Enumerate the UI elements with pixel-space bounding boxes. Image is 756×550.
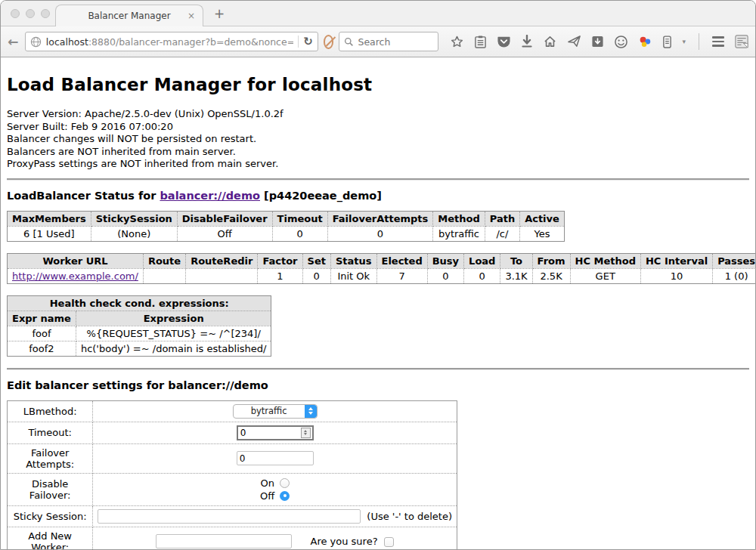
toolbar-icons: ▾ (450, 33, 749, 50)
search-icon (344, 37, 354, 47)
persist-notice-line: Balancer changes will NOT be persisted o… (7, 133, 749, 146)
are-you-sure-label: Are you sure? (310, 536, 377, 547)
balancer-edit-form: LBmethod: bytraffic Timeout: 0 (7, 400, 457, 550)
sticky-session-hint: (Use '-' to delete) (367, 511, 452, 522)
select-stepper-icon (305, 405, 317, 418)
browser-window: Balancer Manager × + ← localhost:8880/ba… (0, 0, 756, 550)
health-table-title-row: Health check cond. expressions: (8, 295, 271, 311)
tab-title: Balancer Manager (88, 11, 170, 21)
server-version-line: Server Version: Apache/2.5.0-dev (Unix) … (7, 108, 749, 121)
add-worker-row: Add New Worker: Are you sure? (8, 527, 457, 550)
reload-icon[interactable]: ↻ (303, 35, 313, 48)
loadbalancer-status-heading: LoadBalancer Status for balancer://demo … (7, 190, 749, 202)
failover-attempts-label: Failover Attempts: (8, 443, 93, 473)
server-info: Server Version: Apache/2.5.0-dev (Unix) … (7, 108, 749, 171)
bookmark-star-icon[interactable] (450, 35, 464, 49)
chevron-down-icon[interactable]: ▾ (682, 38, 686, 45)
extension-grid-icon[interactable] (734, 34, 749, 49)
worker-url-link[interactable]: http://www.example.com/ (12, 270, 138, 282)
lbmethod-select[interactable]: bytraffic (233, 404, 318, 419)
balancer-demo-link[interactable]: balancer://demo (160, 190, 260, 202)
add-worker-label: Add New Worker: (8, 527, 93, 550)
container-icon[interactable] (662, 35, 672, 49)
are-you-sure-checkbox[interactable] (384, 537, 394, 547)
downloads-icon[interactable] (521, 35, 533, 48)
save-to-device-icon[interactable] (591, 35, 604, 48)
disable-failover-row: Disable Failover: On Off (8, 473, 457, 505)
failover-attempts-row: Failover Attempts: (8, 443, 457, 473)
tab-balancer-manager[interactable]: Balancer Manager × (55, 5, 203, 26)
edit-settings-heading: Edit balancer settings for balancer://de… (7, 379, 749, 391)
page-content: Load Balancer Manager for localhost Serv… (1, 57, 755, 550)
lbmethod-row: LBmethod: bytraffic (8, 400, 457, 422)
proxypass-notice-line: ProxyPass settings are NOT inherited fro… (7, 158, 749, 171)
radio-off-label: Off (260, 490, 274, 502)
content-block-icon[interactable] (324, 35, 334, 49)
color-dots-icon[interactable] (638, 35, 652, 49)
add-worker-input[interactable] (156, 534, 292, 548)
timeout-label: Timeout: (8, 422, 93, 443)
back-button[interactable]: ← (7, 32, 20, 51)
urlbar-divider (298, 36, 299, 48)
failover-attempts-input[interactable] (237, 451, 314, 465)
disable-failover-off-radio[interactable] (280, 491, 290, 501)
sticky-session-input[interactable] (98, 509, 361, 524)
health-expr-row: foof %{REQUEST_STATUS} =~ /^[234]/ (8, 326, 271, 341)
worker-row: http://www.example.com/ 1 0 Init Ok 7 0 … (8, 268, 756, 283)
tab-close-icon[interactable]: × (187, 11, 195, 21)
window-controls[interactable] (11, 9, 50, 18)
table-row: 6 [1 Used] (None) Off 0 0 bytraffic /c/ … (8, 226, 565, 241)
disable-failover-label: Disable Failover: (8, 473, 93, 505)
sticky-session-label: Sticky Session: (8, 505, 93, 527)
balancer-settings-table: MaxMembers StickySession DisableFailover… (7, 211, 565, 242)
disable-failover-on-radio[interactable] (280, 478, 290, 488)
home-icon[interactable] (543, 35, 557, 48)
table-header-row: MaxMembers StickySession DisableFailover… (8, 211, 565, 226)
radio-on-label: On (260, 477, 274, 490)
number-spinner-icon[interactable] (301, 428, 311, 438)
feedback-smiley-icon[interactable] (614, 35, 628, 49)
worker-table: Worker URL Route RouteRedir Factor Set S… (7, 253, 755, 284)
inherit-notice-line: Balancers are NOT inherited from main se… (7, 146, 749, 159)
timeout-input[interactable]: 0 (237, 425, 314, 440)
new-tab-button[interactable]: + (214, 6, 225, 21)
timeout-row: Timeout: 0 (8, 422, 457, 443)
url-text[interactable]: localhost:8880/balancer-manager?b=demo&n… (46, 36, 293, 48)
sticky-session-row: Sticky Session: (Use '-' to delete) (8, 505, 457, 527)
navigation-toolbar: ← localhost:8880/balancer-manager?b=demo… (1, 26, 755, 57)
send-icon[interactable] (567, 35, 581, 48)
table-header-row: Worker URL Route RouteRedir Factor Set S… (8, 253, 756, 268)
zoom-window-button[interactable] (41, 9, 50, 18)
section-divider (7, 178, 749, 181)
url-bar[interactable]: localhost:8880/balancer-manager?b=demo&n… (25, 32, 318, 51)
lbmethod-label: LBmethod: (8, 400, 93, 422)
server-built-line: Server Built: Feb 9 2016 07:00:20 (7, 121, 749, 134)
page-title: Load Balancer Manager for localhost (7, 75, 749, 94)
tab-bar: Balancer Manager × + (1, 1, 755, 26)
reading-list-icon[interactable] (474, 35, 487, 49)
health-check-table: Health check cond. expressions: Expr nam… (7, 295, 271, 357)
globe-icon (30, 36, 42, 48)
minimize-window-button[interactable] (26, 9, 35, 18)
table-header-row: Expr name Expression (8, 311, 271, 326)
health-expr-row: foof2 hc('body') =~ /domain is establish… (8, 341, 271, 356)
menu-icon[interactable] (712, 36, 724, 47)
close-window-button[interactable] (11, 9, 20, 18)
section-divider (7, 368, 749, 370)
search-input[interactable] (358, 36, 433, 48)
pocket-icon[interactable] (497, 35, 511, 48)
toolbar-divider (699, 33, 699, 50)
search-bar[interactable] (339, 32, 438, 51)
